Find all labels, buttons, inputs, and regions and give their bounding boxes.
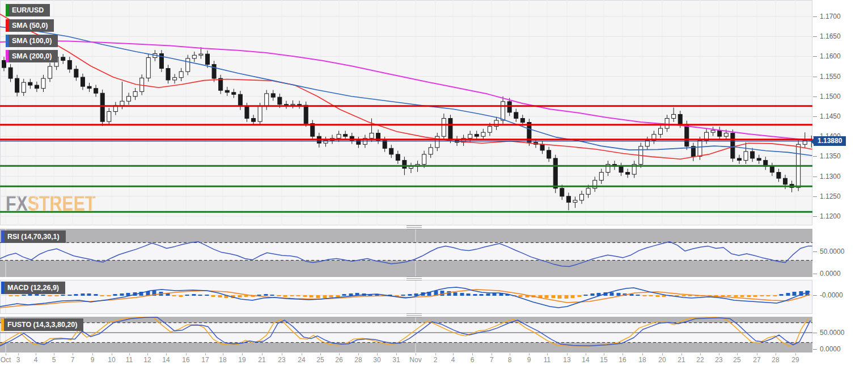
- legend-chip-sma200[interactable]: SMA (200,0): [6, 50, 58, 62]
- date-axis-label: 16: [182, 356, 189, 364]
- date-tick: [6, 353, 6, 355]
- date-tick: [623, 353, 623, 355]
- date-axis-label: 4: [34, 356, 38, 364]
- date-axis-label: 30: [373, 356, 380, 364]
- legend-chip-rsi[interactable]: RSI (14,70,30,1): [1, 230, 66, 243]
- date-tick: [129, 353, 130, 355]
- date-tick: [262, 353, 262, 355]
- date-axis-label: 11: [544, 356, 551, 364]
- date-tick: [719, 353, 719, 355]
- date-axis-label: 27: [753, 356, 760, 364]
- date-tick: [18, 353, 19, 355]
- date-tick: [73, 353, 73, 355]
- date-axis-label: Oct: [1, 356, 11, 364]
- date-axis-label: 18: [638, 356, 646, 364]
- date-tick: [737, 353, 738, 355]
- date-axis-label: 9: [527, 356, 531, 364]
- legend-chip-label: EUR/USD: [12, 6, 44, 14]
- legend-chip-sma100[interactable]: SMA (100,0): [6, 35, 58, 47]
- date-tick: [92, 353, 93, 355]
- date-tick: [795, 353, 796, 355]
- date-axis-label: 16: [619, 356, 626, 364]
- date-axis-label: 25: [733, 356, 740, 364]
- date-axis-label: 14: [162, 356, 170, 364]
- date-tick: [700, 353, 701, 355]
- date-tick: [586, 353, 586, 355]
- date-tick: [396, 353, 397, 355]
- date-tick: [36, 353, 36, 355]
- date-axis-label: 23: [715, 356, 722, 364]
- legend-chip-sma50[interactable]: SMA (50,0): [6, 19, 54, 32]
- legend-chip-label: FUSTO (14,3,3,80,20): [7, 321, 77, 329]
- date-tick: [186, 353, 187, 355]
- date-axis-label: 31: [392, 356, 400, 364]
- date-tick: [776, 353, 776, 355]
- date-axis-label: 2: [434, 356, 438, 364]
- date-axis-label: 18: [219, 356, 226, 364]
- date-tick: [567, 353, 568, 355]
- date-tick: [435, 353, 436, 355]
- date-tick: [112, 353, 112, 355]
- date-tick: [54, 353, 54, 355]
- date-tick: [472, 353, 473, 355]
- date-axis-label: Nov: [409, 356, 421, 364]
- date-axis-label: 23: [278, 356, 285, 364]
- date-tick: [757, 353, 757, 355]
- date-tick: [453, 353, 454, 355]
- price-chart-canvas[interactable]: [0, 0, 812, 225]
- legend-chip-macd[interactable]: MACD (12,26,9): [1, 282, 65, 294]
- date-tick: [302, 353, 302, 355]
- legend-chip-label: RSI (14,70,30,1): [7, 233, 60, 241]
- date-tick: [492, 353, 492, 355]
- date-axis-label: 11: [126, 356, 133, 364]
- date-axis-label: 17: [201, 356, 209, 364]
- date-axis-label: 22: [696, 356, 704, 364]
- date-tick: [604, 353, 604, 355]
- date-axis-label: 21: [258, 356, 265, 364]
- date-axis-label: 28: [772, 356, 779, 364]
- date-tick: [320, 353, 321, 355]
- date-axis-label: 4: [451, 356, 455, 364]
- date-tick: [681, 353, 682, 355]
- date-axis-label: 24: [298, 356, 305, 364]
- date-tick: [205, 353, 206, 355]
- forex-chart-app: FXSTREET EUR/USD SMA (50,0) SMA (100,0) …: [0, 0, 868, 365]
- date-tick: [416, 353, 416, 355]
- last-price-tag: 1.13880: [814, 136, 846, 146]
- date-axis-label: 3: [16, 356, 20, 364]
- date-axis-label: 8: [508, 356, 512, 364]
- date-axis-label: 10: [108, 356, 115, 364]
- panel-resize-handle[interactable]: [407, 225, 422, 229]
- legend-chip-label: SMA (50,0): [12, 22, 48, 30]
- date-tick: [223, 353, 223, 355]
- panel-resize-handle[interactable]: [407, 276, 422, 280]
- date-axis-label: 13: [563, 356, 570, 364]
- date-axis-label: 28: [354, 356, 362, 364]
- date-axis-label: 25: [316, 356, 324, 364]
- legend-chip-fusto[interactable]: FUSTO (14,3,3,80,20): [1, 318, 83, 331]
- date-axis-label: 20: [658, 356, 666, 364]
- panel-resize-handle[interactable]: [407, 313, 422, 317]
- date-axis-label: 14: [582, 356, 589, 364]
- rsi-chart-canvas[interactable]: [0, 229, 812, 277]
- date-tick: [377, 353, 378, 355]
- macd-chart-canvas[interactable]: [0, 280, 812, 314]
- date-tick: [166, 353, 167, 355]
- date-tick: [510, 353, 510, 355]
- legend-chip-label: SMA (100,0): [12, 37, 52, 45]
- date-tick: [358, 353, 359, 355]
- date-axis-label: 19: [238, 356, 245, 364]
- date-tick: [242, 353, 243, 355]
- date-tick: [642, 353, 643, 355]
- date-axis: Oct3457910111214161718192123242526283031…: [0, 353, 868, 365]
- date-tick: [547, 353, 548, 355]
- date-tick: [662, 353, 663, 355]
- date-axis-label: 26: [335, 356, 342, 364]
- date-tick: [529, 353, 530, 355]
- date-tick: [339, 353, 340, 355]
- legend-chip-label: MACD (12,26,9): [7, 284, 59, 292]
- date-axis-label: 29: [791, 356, 799, 364]
- legend-chip-instrument[interactable]: EUR/USD: [6, 4, 50, 16]
- fusto-chart-canvas[interactable]: [0, 317, 812, 353]
- date-axis-label: 15: [600, 356, 607, 364]
